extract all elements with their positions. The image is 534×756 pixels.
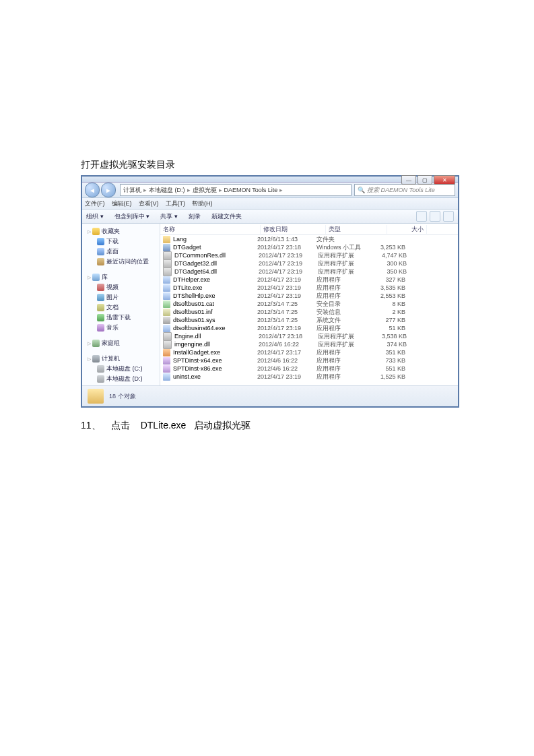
file-size: 3,253 KB	[372, 244, 408, 251]
col-date[interactable]: 修改日期	[261, 225, 326, 234]
sidebar-pictures[interactable]: 图片	[82, 292, 160, 303]
file-row[interactable]: dtsoftbus01.cat2012/3/14 7:25安全目录8 KB	[160, 300, 458, 308]
folder-icon	[88, 389, 104, 404]
file-row[interactable]: SPTDinst-x86.exe2012/4/6 16:22应用程序551 KB	[160, 365, 458, 373]
caption-bottom: 11、 点击 DTLite.exe 启动虚拟光驱	[81, 420, 458, 432]
sidebar-favorites[interactable]: ▷收藏夹	[82, 226, 160, 237]
file-row[interactable]: imgengine.dll2012/4/6 16:22应用程序扩展374 KB	[160, 340, 458, 348]
file-name: Engine.dll	[174, 333, 259, 340]
file-row[interactable]: SPTDinst-x64.exe2012/4/6 16:22应用程序733 KB	[160, 356, 458, 365]
sidebar-computer[interactable]: ▷计算机	[82, 354, 160, 364]
tb-include[interactable]: 包含到库中 ▾	[114, 212, 150, 221]
sidebar-drive-c[interactable]: 本地磁盘 (C:)	[82, 364, 160, 374]
file-name: InstallGadget.exe	[173, 349, 257, 356]
xunlei-icon	[97, 314, 104, 321]
help-icon[interactable]	[443, 211, 454, 222]
maximize-button[interactable]: ▢	[418, 175, 432, 185]
file-name: DTHelper.exe	[173, 276, 257, 283]
sidebar-libraries[interactable]: ▷库	[82, 272, 160, 282]
col-name[interactable]: 名称	[160, 225, 261, 234]
file-row[interactable]: DTShellHlp.exe2012/4/17 23:19应用程序2,553 K…	[160, 292, 458, 300]
sidebar-drive-d[interactable]: 本地磁盘 (D:)	[82, 374, 160, 384]
file-date: 2012/4/6 16:22	[259, 341, 318, 348]
sidebar-drive-e[interactable]: 本地磁盘 (E:)	[82, 384, 160, 385]
file-name: uninst.exe	[173, 373, 257, 380]
file-type: 应用程序	[316, 373, 372, 381]
file-size: 733 KB	[372, 357, 408, 364]
forward-button[interactable]: ►	[101, 183, 116, 197]
file-row[interactable]: uninst.exe2012/4/17 23:19应用程序1,525 KB	[160, 373, 458, 381]
file-name: dtsoftbus01.cat	[173, 301, 257, 307]
back-button[interactable]: ◄	[85, 183, 100, 197]
sidebar-downloads[interactable]: 下载	[82, 237, 160, 247]
tb-share[interactable]: 共享 ▾	[160, 212, 178, 221]
file-row[interactable]: dtsoftbus01.inf2012/3/14 7:25安装信息2 KB	[160, 308, 458, 316]
file-date: 2012/3/14 7:25	[257, 301, 316, 307]
breadcrumb-seg[interactable]: 虚拟光驱	[193, 185, 217, 195]
sidebar-homegroup[interactable]: ▷家庭组	[82, 338, 160, 348]
file-name: imgengine.dll	[174, 341, 259, 348]
file-row[interactable]: dtsoftbusinst64.exe2012/4/17 23:19应用程序51…	[160, 324, 458, 332]
file-name: SPTDinst-x64.exe	[173, 357, 257, 364]
file-row[interactable]: DTHelper.exe2012/4/17 23:19应用程序327 KB	[160, 276, 458, 284]
download-icon	[97, 238, 104, 245]
file-row[interactable]: DTGadget32.dll2012/4/17 23:19应用程序扩展300 K…	[160, 259, 458, 267]
search-input[interactable]: 🔍搜索 DAEMON Tools Lite	[354, 184, 455, 196]
file-row[interactable]: dtsoftbus01.sys2012/3/14 7:25系统文件277 KB	[160, 316, 458, 324]
file-size: 2,553 KB	[372, 292, 408, 299]
breadcrumb-seg[interactable]: DAEMON Tools Lite	[224, 185, 278, 195]
file-row[interactable]: Engine.dll2012/4/17 23:18应用程序扩展3,538 KB	[160, 332, 458, 340]
sidebar-desktop[interactable]: 桌面	[82, 247, 160, 257]
view-mode-icon[interactable]	[416, 211, 427, 222]
file-row[interactable]: DTCommonRes.dll2012/4/17 23:19应用程序扩展4,74…	[160, 251, 458, 259]
column-headers: 名称 修改日期 类型 大小	[160, 224, 458, 235]
drive-icon	[97, 365, 104, 373]
file-date: 2012/4/6 16:22	[257, 365, 316, 372]
sidebar-music[interactable]: 音乐	[82, 323, 160, 333]
breadcrumb-seg[interactable]: 计算机	[123, 185, 141, 195]
menu-view[interactable]: 查看(V)	[139, 199, 159, 208]
sidebar-videos[interactable]: 视频	[82, 282, 160, 292]
menu-help[interactable]: 帮助(H)	[192, 199, 213, 208]
file-icon	[163, 244, 170, 251]
file-size: 3,535 KB	[372, 284, 408, 291]
col-type[interactable]: 类型	[326, 225, 387, 234]
file-icon	[163, 301, 170, 308]
breadcrumb-seg[interactable]: 本地磁盘 (D:)	[149, 185, 185, 195]
sidebar-recent[interactable]: 最近访问的位置	[82, 257, 160, 267]
menu-file[interactable]: 文件(F)	[85, 199, 105, 208]
file-size: 4,747 KB	[373, 252, 409, 259]
sidebar-xunlei[interactable]: 迅雷下载	[82, 313, 160, 323]
file-date: 2012/4/17 23:19	[257, 284, 316, 291]
tb-burn[interactable]: 刻录	[189, 212, 201, 221]
caption-top: 打开虚拟光驱安装目录	[81, 159, 458, 171]
file-date: 2012/4/17 23:18	[259, 333, 318, 340]
file-date: 2012/4/17 23:19	[257, 325, 316, 332]
address-bar[interactable]: 计算机▸ 本地磁盘 (D:)▸ 虚拟光驱▸ DAEMON Tools Lite▸	[120, 184, 352, 196]
file-date: 2012/4/17 23:19	[257, 373, 316, 380]
file-row[interactable]: DTGadget2012/4/17 23:18Windows 小工具3,253 …	[160, 243, 458, 251]
picture-icon	[97, 294, 104, 301]
file-row[interactable]: Lang2012/6/13 1:43文件夹	[160, 235, 458, 243]
file-row[interactable]: InstallGadget.exe2012/4/17 23:17应用程序351 …	[160, 348, 458, 356]
minimize-button[interactable]: —	[401, 175, 416, 185]
tb-organize[interactable]: 组织 ▾	[86, 212, 104, 221]
sidebar-documents[interactable]: 文档	[82, 303, 160, 313]
file-name: Lang	[173, 236, 257, 243]
file-row[interactable]: DTLite.exe2012/4/17 23:19应用程序3,535 KB	[160, 284, 458, 292]
file-icon	[163, 292, 170, 300]
tb-newfolder[interactable]: 新建文件夹	[211, 212, 242, 221]
preview-pane-icon[interactable]	[430, 211, 440, 222]
file-date: 2012/4/17 23:19	[257, 292, 316, 299]
menu-edit[interactable]: 编辑(E)	[112, 199, 132, 208]
file-date: 2012/4/17 23:19	[259, 268, 318, 275]
col-size[interactable]: 大小	[387, 225, 427, 234]
file-row[interactable]: DTGadget64.dll2012/4/17 23:19应用程序扩展350 K…	[160, 267, 458, 276]
file-size: 327 KB	[372, 276, 408, 283]
close-button[interactable]: ✕	[434, 175, 455, 185]
file-size: 350 KB	[373, 268, 409, 275]
file-date: 2012/3/14 7:25	[257, 317, 316, 323]
menu-tools[interactable]: 工具(T)	[166, 199, 186, 208]
file-date: 2012/4/6 16:22	[257, 357, 316, 364]
file-size: 51 KB	[372, 325, 408, 332]
